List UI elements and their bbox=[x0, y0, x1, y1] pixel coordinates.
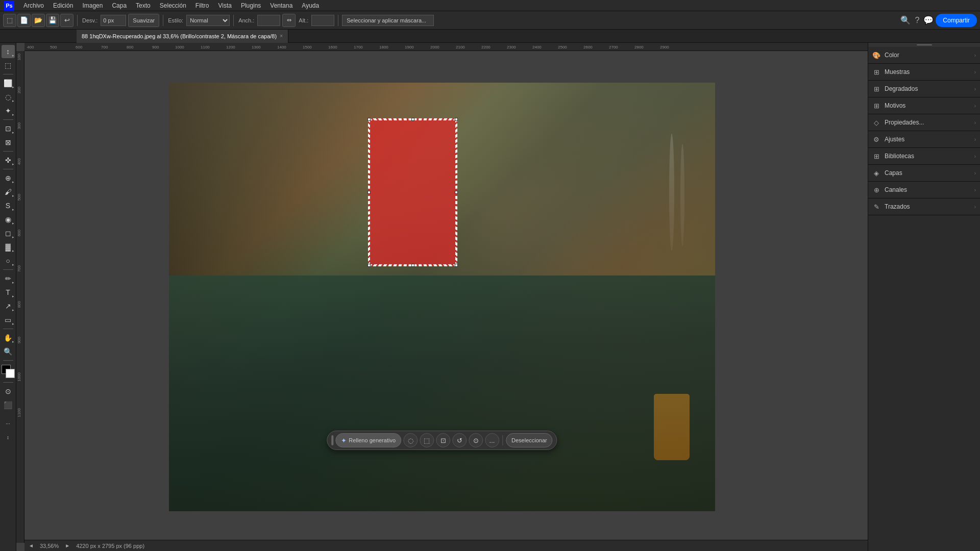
shape-tool-btn[interactable]: ▭▸ bbox=[2, 313, 15, 327]
degradados-panel-row[interactable]: ⊞ Degradados › bbox=[868, 81, 980, 97]
menu-filtro[interactable]: Filtro bbox=[191, 1, 213, 10]
ruler-horizontal: 400 500 600 700 800 900 1000 1100 1200 1… bbox=[24, 43, 868, 51]
style-select[interactable]: Normal bbox=[186, 15, 230, 26]
new-doc-btn[interactable]: 📄 bbox=[17, 14, 31, 27]
ajustes-panel-row[interactable]: ⚙ Ajustes › bbox=[868, 131, 980, 147]
menu-archivo[interactable]: Archivo bbox=[19, 1, 48, 10]
motivos-chevron: › bbox=[974, 103, 976, 109]
brush-tool-btn[interactable]: 🖌▸ bbox=[2, 185, 15, 198]
menu-ayuda[interactable]: Ayuda bbox=[298, 1, 323, 10]
tab-close-btn[interactable]: × bbox=[280, 33, 283, 39]
feedback-icon[interactable]: 💬 bbox=[923, 15, 934, 25]
link-dimensions-btn[interactable]: ⇔ bbox=[282, 14, 296, 27]
toolbar-drag-handle[interactable] bbox=[331, 435, 333, 445]
history-brush-btn[interactable]: ◉▸ bbox=[2, 213, 15, 226]
menu-capa[interactable]: Capa bbox=[108, 1, 131, 10]
more-tools-btn[interactable]: ↕ bbox=[2, 431, 15, 444]
ctx-rect-btn[interactable]: ⬚ bbox=[420, 433, 434, 447]
bibliotecas-section: ⊞ Bibliotecas › bbox=[868, 148, 980, 165]
muestras-panel-row[interactable]: ⊞ Muestras › bbox=[868, 64, 980, 80]
move-tool-btn[interactable]: ↕▸ bbox=[2, 45, 15, 58]
path-selection-btn[interactable]: ↗▸ bbox=[2, 299, 15, 313]
degradados-icon: ⊞ bbox=[872, 85, 880, 93]
document-tab[interactable]: 88 1hqDXw-Recuperado.jpeg al 33,6% (Bril… bbox=[77, 30, 288, 43]
bibliotecas-label: Bibliotecas bbox=[885, 153, 970, 160]
menu-texto[interactable]: Texto bbox=[132, 1, 155, 10]
canales-section: ⊕ Canales › bbox=[868, 182, 980, 198]
quick-mask-btn[interactable]: ⊙ bbox=[2, 385, 15, 398]
extra-tools-btn[interactable]: ··· bbox=[2, 417, 15, 430]
style-label: Estilo: bbox=[168, 17, 183, 23]
menu-plugins[interactable]: Plugins bbox=[237, 1, 265, 10]
propiedades-panel-row[interactable]: ◇ Propiedades... › bbox=[868, 114, 980, 131]
bibliotecas-chevron: › bbox=[974, 154, 976, 159]
sep4 bbox=[338, 15, 338, 26]
color-section: 🎨 Color › bbox=[868, 47, 980, 64]
menu-imagen[interactable]: Imagen bbox=[78, 1, 107, 10]
anch-input[interactable] bbox=[257, 15, 280, 26]
alt-input[interactable] bbox=[311, 15, 334, 26]
eraser-btn[interactable]: ◻▸ bbox=[2, 227, 15, 240]
eyedropper-tool-btn[interactable]: ✜▸ bbox=[2, 154, 15, 167]
muestras-icon: ⊞ bbox=[872, 68, 880, 76]
gradient-tool-btn[interactable]: ▓▸ bbox=[2, 240, 15, 254]
undo-btn[interactable]: ↩ bbox=[60, 14, 74, 27]
magic-wand-tool-btn[interactable]: ✦▸ bbox=[2, 104, 15, 117]
frame-tool-btn[interactable]: ⊠ bbox=[2, 136, 15, 149]
generative-fill-btn[interactable]: ✦ Relleno generativo bbox=[335, 433, 401, 447]
desv-input[interactable] bbox=[101, 15, 126, 26]
screen-mode-btn[interactable]: ⬛ bbox=[2, 398, 15, 412]
dodge-tool-btn[interactable]: ○▸ bbox=[2, 254, 15, 267]
ctx-crop-btn[interactable]: ⊡ bbox=[436, 433, 450, 447]
ajustes-chevron: › bbox=[974, 137, 976, 142]
tab-bar: 88 1hqDXw-Recuperado.jpeg al 33,6% (Bril… bbox=[0, 30, 980, 43]
degradados-label: Degradados bbox=[885, 85, 970, 92]
zoom-tool-btn[interactable]: 🔍 bbox=[2, 345, 15, 358]
submit-button[interactable]: Suavizar bbox=[128, 14, 159, 27]
panel-collapse-handle[interactable] bbox=[868, 43, 980, 47]
trazados-panel-row[interactable]: ✎ Trazados › bbox=[868, 198, 980, 215]
ctx-more-btn[interactable]: ... bbox=[485, 433, 499, 447]
deselect-btn[interactable]: Deseleccionar bbox=[506, 433, 553, 447]
propiedades-section: ◇ Propiedades... › bbox=[868, 114, 980, 131]
menu-ventana[interactable]: Ventana bbox=[266, 1, 297, 10]
open-btn[interactable]: 📂 bbox=[32, 14, 45, 27]
pen-tool-btn[interactable]: ✏▸ bbox=[2, 272, 15, 285]
tool-icons: ⬚ 📄 📂 💾 ↩ bbox=[3, 14, 74, 27]
search-icon[interactable]: 🔍 bbox=[900, 15, 911, 25]
color-panel-row[interactable]: 🎨 Color › bbox=[868, 47, 980, 63]
clone-stamp-btn[interactable]: S▸ bbox=[2, 199, 15, 212]
share-button[interactable]: Compartir bbox=[936, 14, 977, 27]
anch-label: Anch.: bbox=[238, 17, 254, 23]
ctx-refine-btn[interactable]: ↺ bbox=[452, 433, 467, 447]
capas-icon: ◈ bbox=[872, 169, 880, 177]
type-tool-btn[interactable]: T▸ bbox=[2, 286, 15, 299]
new-layer-btn[interactable]: ⬚ bbox=[3, 14, 16, 27]
ctx-mask-btn[interactable]: ⊙ bbox=[469, 433, 483, 447]
foreground-color[interactable] bbox=[2, 365, 15, 378]
select-apply-mask-btn[interactable]: Seleccionar y aplicar máscara... bbox=[342, 15, 434, 26]
trazados-icon: ✎ bbox=[872, 203, 880, 211]
tool-sep-7 bbox=[3, 360, 13, 361]
status-arrow-left[interactable]: ◄ bbox=[29, 543, 34, 548]
artboard-tool-btn[interactable]: ⬚ bbox=[2, 59, 15, 72]
healing-brush-btn[interactable]: ⊕▸ bbox=[2, 171, 15, 185]
status-arrow-right[interactable]: ► bbox=[65, 543, 70, 548]
motivos-panel-row[interactable]: ⊞ Motivos › bbox=[868, 97, 980, 114]
lasso-tool-btn[interactable]: ◌▸ bbox=[2, 90, 15, 104]
top-right-icons: 🔍 ? 💬 bbox=[900, 15, 934, 25]
menu-seleccion[interactable]: Selección bbox=[156, 1, 190, 10]
hand-tool-btn[interactable]: ✋▸ bbox=[2, 331, 15, 344]
save-btn[interactable]: 💾 bbox=[46, 14, 59, 27]
help-icon[interactable]: ? bbox=[915, 16, 919, 25]
canales-panel-row[interactable]: ⊕ Canales › bbox=[868, 182, 980, 198]
bibliotecas-panel-row[interactable]: ⊞ Bibliotecas › bbox=[868, 148, 980, 164]
image-canvas[interactable]: ✦ Relleno generativo ◌ ⬚ ⊡ ↺ ⊙ ... Desel… bbox=[169, 83, 715, 511]
tool-sep-5 bbox=[3, 269, 13, 270]
marquee-tool-btn[interactable]: ⬜▸ bbox=[2, 77, 15, 90]
menu-edicion[interactable]: Edición bbox=[49, 1, 77, 10]
crop-tool-btn[interactable]: ⊡▸ bbox=[2, 122, 15, 135]
ctx-lasso-btn[interactable]: ◌ bbox=[403, 433, 418, 447]
menu-vista[interactable]: Vista bbox=[214, 1, 235, 10]
capas-panel-row[interactable]: ◈ Capas › bbox=[868, 165, 980, 181]
